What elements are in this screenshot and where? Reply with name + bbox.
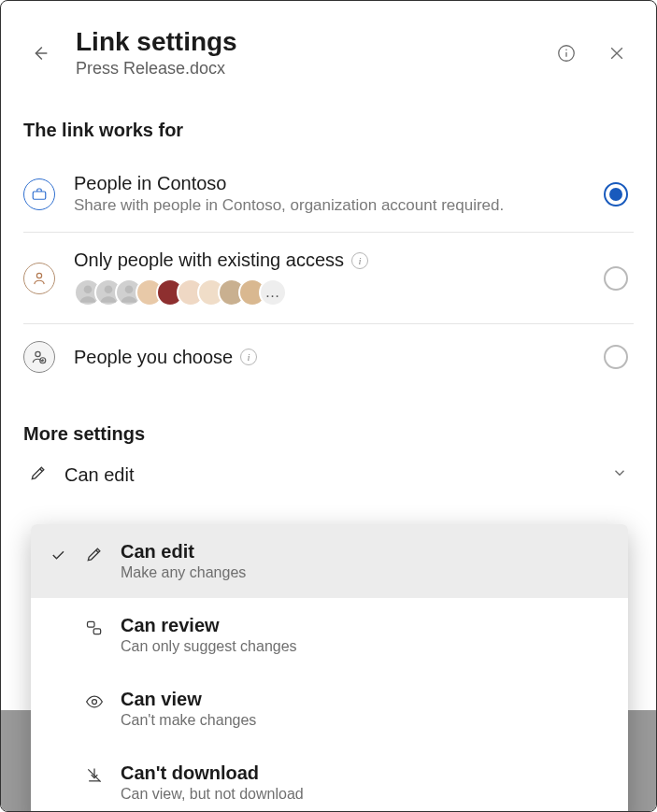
avatar-overflow[interactable]: … (259, 278, 287, 306)
dialog-subtitle: Press Release.docx (76, 59, 531, 78)
menu-item-desc: Can't make changes (121, 712, 609, 729)
option-title-text: People you choose (74, 347, 233, 368)
close-icon (607, 44, 626, 63)
dialog-content: Link settings Press Release.docx The lin… (1, 1, 656, 499)
facepile: … (74, 278, 585, 306)
menu-item-can-edit[interactable]: Can edit Make any changes (31, 524, 628, 598)
menu-item-title: Can't download (121, 762, 609, 784)
menu-item-can-review[interactable]: Can review Can only suggest changes (31, 598, 628, 672)
avatar-overflow-label: … (265, 284, 281, 301)
check-slot-empty (48, 689, 68, 694)
svg-point-4 (36, 273, 41, 278)
option-title: People you choose i (74, 347, 585, 368)
info-icon[interactable]: i (240, 349, 257, 365)
close-button[interactable] (600, 36, 634, 70)
option-desc: Share with people in Contoso, organizati… (74, 196, 585, 215)
radio-selected[interactable] (604, 182, 628, 207)
option-body: People in Contoso Share with people in C… (74, 173, 585, 215)
eye-icon (83, 689, 106, 711)
menu-item-title: Can view (121, 689, 609, 710)
header-actions (550, 36, 634, 70)
menu-item-desc: Can only suggest changes (121, 638, 609, 655)
radio-unselected[interactable] (604, 345, 628, 369)
menu-item-desc: Make any changes (121, 564, 609, 581)
permission-current-label: Can edit (64, 464, 594, 486)
menu-item-title: Can review (121, 615, 609, 636)
menu-item-title: Can edit (121, 541, 609, 563)
option-body: People you choose i (74, 347, 585, 368)
option-title: Only people with existing access i (74, 249, 585, 271)
menu-item-texts: Can view Can't make changes (121, 689, 609, 729)
svg-point-7 (125, 285, 134, 293)
svg-point-8 (36, 351, 40, 356)
menu-item-can-view[interactable]: Can view Can't make changes (31, 672, 628, 746)
info-button[interactable] (550, 36, 583, 70)
link-settings-dialog: Link settings Press Release.docx The lin… (0, 0, 657, 812)
option-body: Only people with existing access i … (74, 249, 585, 306)
check-slot-empty (48, 615, 68, 620)
menu-item-texts: Can review Can only suggest changes (121, 615, 609, 655)
pencil-icon (83, 541, 106, 563)
check-icon (48, 541, 68, 563)
person-icon (23, 263, 55, 294)
check-slot-empty (48, 762, 68, 768)
option-title-text: Only people with existing access (74, 249, 344, 271)
svg-rect-10 (88, 621, 95, 627)
radio-unselected[interactable] (604, 266, 628, 291)
menu-item-texts: Can't download Can view, but not downloa… (121, 762, 609, 803)
info-icon (556, 43, 577, 64)
option-existing-access[interactable]: Only people with existing access i … (23, 233, 634, 324)
svg-point-12 (93, 700, 97, 705)
section-more-settings: More settings (23, 423, 634, 445)
option-people-in-org[interactable]: People in Contoso Share with people in C… (23, 156, 634, 233)
dialog-title: Link settings (76, 27, 531, 57)
permission-dropdown-trigger[interactable]: Can edit (23, 450, 634, 499)
permission-menu: Can edit Make any changes Can review Can… (31, 524, 628, 812)
chevron-down-icon (611, 464, 628, 485)
review-icon (83, 615, 106, 637)
svg-point-6 (105, 285, 113, 293)
svg-point-2 (565, 50, 566, 50)
section-link-works-for: The link works for (23, 120, 634, 141)
pencil-icon (29, 463, 48, 486)
person-add-icon (23, 341, 55, 373)
svg-rect-3 (33, 192, 46, 199)
option-people-you-choose[interactable]: People you choose i (23, 324, 634, 390)
dialog-header: Link settings Press Release.docx (23, 27, 634, 78)
option-title: People in Contoso (74, 173, 585, 194)
menu-item-cant-download[interactable]: Can't download Can view, but not downloa… (31, 746, 628, 812)
briefcase-icon (23, 178, 55, 210)
header-texts: Link settings Press Release.docx (76, 27, 531, 78)
arrow-left-icon (30, 43, 50, 64)
back-button[interactable] (23, 36, 57, 70)
scope-options: People in Contoso Share with people in C… (23, 156, 634, 390)
svg-point-5 (84, 285, 93, 293)
menu-item-desc: Can view, but not download (121, 786, 609, 803)
download-blocked-icon (83, 762, 106, 785)
svg-rect-11 (93, 629, 101, 634)
info-icon[interactable]: i (351, 252, 368, 269)
menu-item-texts: Can edit Make any changes (121, 541, 609, 581)
